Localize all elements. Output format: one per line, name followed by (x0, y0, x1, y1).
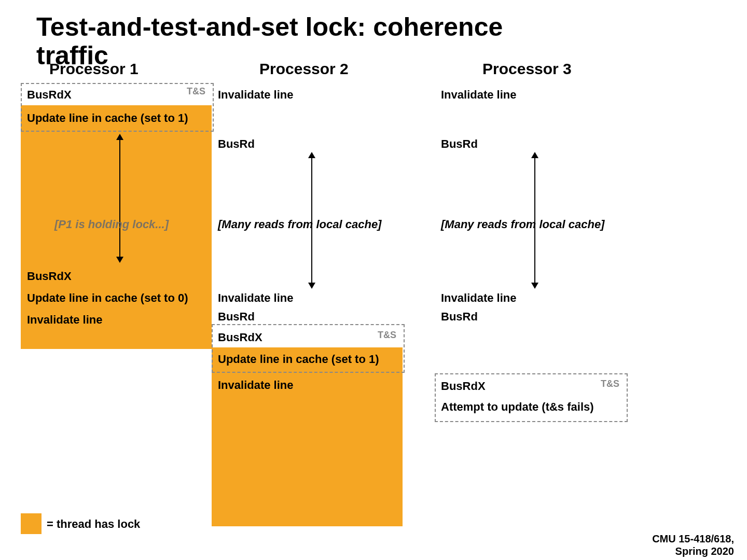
p1-busrdx-1: BusRdX (27, 88, 72, 102)
slide: Test-and-test-and-set lock: coherence tr… (0, 0, 747, 560)
p2-update-1: Update line in cache (set to 1) (218, 353, 379, 366)
p2-busrd-2: BusRd (218, 310, 255, 324)
footer: CMU 15-418/618, Spring 2020 (652, 533, 734, 557)
arrow-p1 (119, 135, 120, 262)
p2-invalidate-3: Invalidate line (218, 379, 294, 392)
p3-reads-note: [Many reads from local cache] (441, 218, 604, 231)
arrow-p3 (534, 153, 535, 288)
arrow-p2 (311, 153, 312, 288)
col-header-p3: Processor 3 (482, 60, 572, 78)
legend-swatch (21, 513, 42, 534)
p2-busrdx: BusRdX (218, 331, 262, 344)
p3-invalidate-1: Invalidate line (441, 88, 517, 102)
p2-ts-label: T&S (378, 330, 396, 341)
p3-busrd-2: BusRd (441, 310, 478, 324)
legend-text: = thread has lock (47, 517, 140, 531)
lock-held-p2 (212, 347, 403, 526)
p2-invalidate-1: Invalidate line (218, 88, 294, 102)
footer-course: CMU 15-418/618, (652, 533, 734, 545)
p1-busrdx-2: BusRdX (27, 270, 72, 283)
col-header-p1: Processor 1 (49, 60, 139, 78)
p1-holding-note: [P1 is holding lock...] (54, 218, 169, 231)
footer-term: Spring 2020 (652, 545, 734, 557)
p2-busrd-1: BusRd (218, 137, 255, 151)
p1-update-0: Update line in cache (set to 0) (27, 291, 188, 305)
p3-invalidate-2: Invalidate line (441, 291, 517, 305)
col-header-p2: Processor 2 (259, 60, 349, 78)
p3-fail: Attempt to update (t&s fails) (441, 400, 594, 414)
p2-reads-note: [Many reads from local cache] (218, 218, 381, 231)
p3-busrd-1: BusRd (441, 137, 478, 151)
p1-ts-label: T&S (187, 86, 205, 97)
p2-invalidate-2: Invalidate line (218, 291, 294, 305)
p3-ts-label: T&S (601, 379, 619, 389)
p1-update-1: Update line in cache (set to 1) (27, 111, 188, 125)
p1-invalidate: Invalidate line (27, 313, 103, 327)
p3-busrdx: BusRdX (441, 380, 486, 393)
